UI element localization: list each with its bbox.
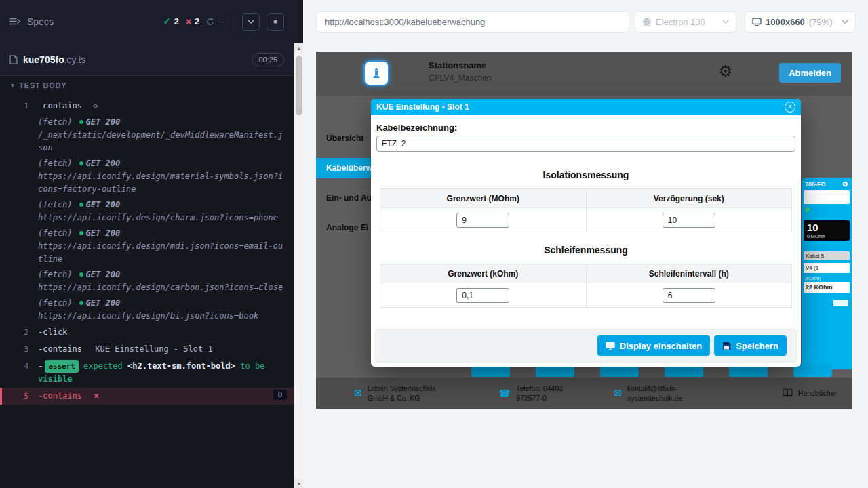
- pending-stat: --: [206, 16, 224, 26]
- footer-manuals[interactable]: Handbücher: [783, 388, 837, 398]
- specs-menu-button[interactable]: Specs: [9, 16, 54, 27]
- reporter-scrollbar[interactable]: ▲ ▼: [294, 43, 303, 488]
- phone-number: Telefon: 04402 972577-0: [516, 384, 581, 403]
- command-row-assert[interactable]: 4 -assertexpected <h2.text-sm.font-bold>…: [0, 358, 294, 388]
- book-icon: [783, 388, 793, 397]
- test-stats: ✓ 2 × 2 -- ■: [163, 13, 284, 30]
- nav-item-uebersicht[interactable]: Übersicht: [316, 128, 377, 148]
- nav-item-analoge-eingaenge[interactable]: Analoge Ei: [316, 218, 377, 238]
- spec-extension: .cy.ts: [64, 54, 86, 65]
- phone-icon: ☎: [499, 388, 511, 398]
- table-cell: [380, 208, 587, 232]
- fetch-label: (fetch): [38, 298, 73, 308]
- passed-stat: ✓ 2: [163, 16, 179, 26]
- scroll-up-arrow[interactable]: ▲: [294, 43, 304, 53]
- network-log-row[interactable]: (fetch)GET 200 https://api.iconify.desig…: [0, 156, 294, 197]
- email-icon: ✉: [614, 388, 622, 398]
- kabel-display: 10 0 MOhm: [804, 220, 850, 241]
- station-name: CPLV4_Maschen: [429, 73, 492, 83]
- fetch-url: https://api.iconify.design/bi.json?icons…: [38, 310, 284, 323]
- network-log-row[interactable]: (fetch)GET 200 https://api.iconify.desig…: [0, 267, 294, 296]
- assert-badge: assert: [45, 360, 79, 373]
- fetch-status: GET 200: [86, 298, 121, 308]
- schleifenmessung-table: Grenzwert (kOhm) Schleifenintervall (h): [380, 264, 792, 308]
- assert-target-selector: <h2.text-sm.font-bold>: [127, 361, 235, 371]
- refresh-icon: [206, 18, 214, 26]
- fetch-status: GET 200: [86, 200, 121, 209]
- status-dot-icon: [805, 207, 810, 212]
- station-label: Stationsname: [429, 60, 492, 70]
- close-icon[interactable]: ×: [785, 102, 795, 113]
- url-input[interactable]: [316, 11, 629, 33]
- command-row-contains[interactable]: 1 -contains ⚙: [0, 98, 294, 115]
- status-dot-icon: [79, 231, 83, 235]
- network-log-row[interactable]: (fetch)GET 200 https://api.iconify.desig…: [0, 197, 294, 226]
- browser-name: Electron 130: [656, 17, 705, 27]
- collapse-all-button[interactable]: [242, 13, 260, 30]
- display-sub: 0 MOhm: [807, 234, 846, 239]
- display-button-label: Display einschalten: [620, 341, 702, 351]
- network-log-row[interactable]: (fetch)GET 200 https://api.iconify.desig…: [0, 296, 294, 324]
- company-name: Littwin Systemtechnik GmbH & Co. KG: [368, 384, 454, 403]
- command-row-contains[interactable]: 3 -contains KUE Einstellung - Slot 1: [0, 341, 294, 358]
- status-dot-icon: [79, 301, 83, 305]
- fetch-label: (fetch): [38, 159, 73, 168]
- nav-item-kabelueberwachung[interactable]: Kabelüberw: [316, 158, 377, 178]
- command-row-contains-failed[interactable]: 5 -contains × 0: [0, 388, 294, 405]
- logout-button[interactable]: Abmelden: [779, 63, 841, 83]
- background-button[interactable]: [793, 364, 832, 377]
- command-name: -contains: [38, 344, 82, 354]
- assert-condition: visible: [38, 374, 73, 384]
- viewport-size: 1000x660: [766, 17, 805, 27]
- fetch-url: https://api.iconify.design/carbon.json?i…: [38, 281, 284, 294]
- monitor-icon: [752, 18, 762, 26]
- network-log-row[interactable]: (fetch)GET 200 /_next/static/development…: [0, 115, 294, 156]
- file-icon: [9, 55, 18, 64]
- command-name: -contains: [38, 391, 82, 401]
- app-nav: Übersicht Kabelüberw Ein- und Au Analoge…: [316, 128, 377, 247]
- scrollbar-thumb[interactable]: [296, 56, 302, 115]
- assert-expected: expected: [83, 361, 123, 371]
- display-icon: [606, 342, 615, 350]
- speichern-button[interactable]: Speichern: [714, 336, 787, 356]
- save-button-label: Speichern: [736, 341, 778, 351]
- spec-file-row[interactable]: kue705fo.cy.ts 00:25: [0, 43, 294, 76]
- reporter-header: Specs ✓ 2 × 2 --: [0, 0, 294, 43]
- spec-file: kue705fo.cy.ts: [9, 54, 85, 65]
- display-einschalten-button[interactable]: Display einschalten: [597, 336, 710, 356]
- stop-run-button[interactable]: ■: [267, 13, 284, 30]
- settings-gear-icon[interactable]: ⚙: [718, 64, 732, 79]
- scrollbar-cap: [294, 0, 303, 43]
- command-row-click[interactable]: 2 -click: [0, 324, 294, 341]
- verzoegerung-sek-input[interactable]: [663, 213, 715, 228]
- command-log: 1 -contains ⚙ (fetch)GET 200 /_next/stat…: [0, 95, 294, 405]
- browser-select[interactable]: Electron 130: [635, 11, 736, 33]
- fetch-status: GET 200: [86, 228, 121, 238]
- command-number: 3: [0, 343, 38, 356]
- kabel-unit-label: (kOhm): [804, 276, 850, 281]
- app-footer: ✉ Littwin Systemtechnik GmbH & Co. KG ☎ …: [316, 378, 852, 409]
- command-number: 4: [0, 360, 38, 373]
- fetch-url: https://api.iconify.design/charm.json?ic…: [38, 211, 284, 224]
- modal-header: KUE Einstellung - Slot 1 ×: [371, 99, 801, 115]
- gear-icon[interactable]: ⚙: [842, 180, 848, 188]
- column-header: Schleifenintervall (h): [586, 264, 792, 283]
- kabelbezeichnung-input[interactable]: [376, 136, 795, 152]
- viewport-select[interactable]: 1000x660 (79%): [745, 11, 856, 33]
- station-info: Stationsname CPLV4_Maschen: [429, 60, 492, 83]
- network-log-row[interactable]: (fetch)GET 200 https://api.iconify.desig…: [0, 226, 294, 267]
- nav-item-ein-und-ausgaenge[interactable]: Ein- und Au: [316, 188, 377, 208]
- display-value: 10: [807, 222, 846, 234]
- scroll-down-arrow[interactable]: ▼: [294, 479, 304, 488]
- test-body-section-toggle[interactable]: ▾ TEST BODY: [0, 76, 294, 95]
- grenzwert-mohm-input[interactable]: [456, 213, 509, 228]
- email-address[interactable]: kontakt@littwin-systemtechnik.de: [627, 384, 703, 403]
- kabel-label: Kabel 5: [804, 251, 850, 260]
- grenzwert-kohm-input[interactable]: [456, 288, 509, 303]
- chevron-down-icon: [722, 20, 729, 24]
- command-number: 5: [2, 390, 38, 403]
- chevron-down-icon: [842, 20, 848, 24]
- schleifenintervall-input[interactable]: [663, 288, 715, 303]
- footer-phone: ☎ Telefon: 04402 972577-0: [499, 384, 581, 403]
- status-dot-icon: [79, 272, 83, 277]
